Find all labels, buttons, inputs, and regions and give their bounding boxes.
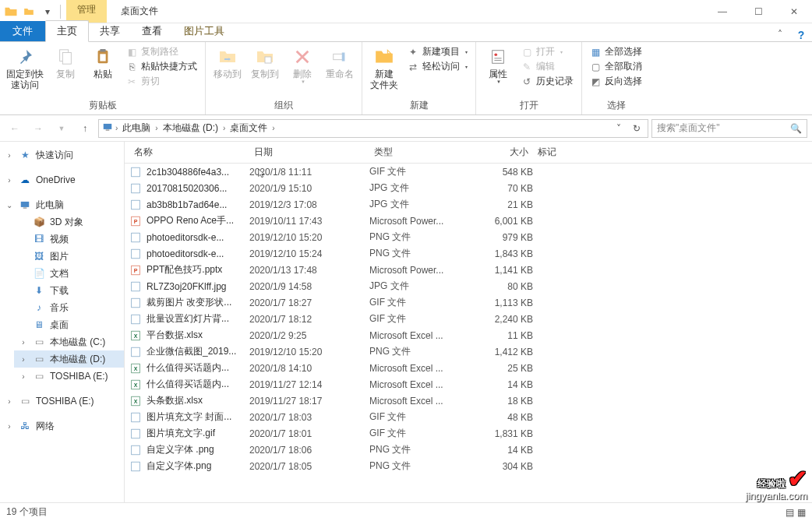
search-placeholder: 搜索"桌面文件"	[657, 121, 790, 135]
tree-item[interactable]: ›▭本地磁盘 (D:)	[14, 350, 124, 368]
watermark: 经验啦 ✔ jingyanla.com	[746, 467, 808, 501]
tree-item[interactable]: 🖼图片	[14, 248, 124, 265]
file-row[interactable]: 企业微信截图_2019...2019/12/10 15:20PNG 文件1,41…	[125, 343, 812, 360]
tree-item[interactable]: 📦3D 对象	[14, 213, 124, 231]
file-row[interactable]: X平台数据.xlsx2020/1/2 9:25Microsoft Excel .…	[125, 327, 812, 343]
tree-item[interactable]: ›▭本地磁盘 (C:)	[14, 333, 124, 350]
tab-file[interactable]: 文件	[0, 21, 45, 41]
tree-toshiba[interactable]: ›▭TOSHIBA (E:)	[0, 393, 124, 410]
tab-picture-tools[interactable]: 图片工具	[173, 21, 235, 41]
up-button[interactable]: ↑	[75, 118, 95, 139]
file-row[interactable]: 图片填充文字 封面...2020/1/7 18:03GIF 文件48 KB	[125, 409, 812, 425]
open-button[interactable]: ▢打开▾	[521, 45, 574, 58]
col-tag[interactable]: 标记	[533, 146, 812, 159]
invert-selection-button[interactable]: ◩反向选择	[590, 75, 642, 88]
file-row[interactable]: RL7Z3oj20FKlff.jpg2020/1/9 14:58JPG 文件80…	[125, 278, 812, 294]
context-tab-manage[interactable]: 管理	[66, 0, 107, 23]
move-to-button[interactable]: 移动到	[209, 44, 246, 80]
tab-home[interactable]: 主页	[45, 20, 89, 42]
tree-item[interactable]: 🎞视频	[14, 231, 124, 248]
copy-to-button[interactable]: 复制到	[246, 44, 284, 80]
column-headers[interactable]: 名称 日期 类型 大小 标记	[125, 142, 812, 164]
file-row[interactable]: 2c1b304886fe4a3...2020/1/8 11:11GIF 文件54…	[125, 164, 812, 180]
paste-icon	[92, 46, 114, 68]
help-icon[interactable]: ?	[790, 29, 812, 41]
maximize-button[interactable]: ☐	[740, 0, 776, 23]
file-row[interactable]: 20170815020306...2020/1/9 15:10JPG 文件70 …	[125, 180, 812, 196]
search-box[interactable]: 搜索"桌面文件" 🔍	[651, 119, 807, 138]
history-button[interactable]: ↺历史记录	[521, 75, 574, 88]
svg-text:X: X	[134, 382, 138, 387]
breadcrumb-drive[interactable]: 本地磁盘 (D:)	[161, 121, 221, 135]
tree-item[interactable]: 📄文档	[14, 265, 124, 282]
svg-rect-13	[23, 208, 27, 209]
view-thumbs-icon[interactable]: ▦	[797, 507, 806, 518]
tree-item[interactable]: 🖥桌面	[14, 316, 124, 333]
recent-dropdown-icon[interactable]: ▼	[51, 118, 72, 139]
pin-quick-access-button[interactable]: 固定到快 速访问	[3, 44, 47, 91]
file-row[interactable]: photoeditorsdk-e...2019/12/10 15:24PNG 文…	[125, 245, 812, 262]
select-none-button[interactable]: ▢全部取消	[590, 60, 642, 73]
paste-shortcut-button[interactable]: ⎘粘贴快捷方式	[126, 60, 197, 73]
file-row[interactable]: X什么值得买话题内...2019/11/27 12:14Microsoft Ex…	[125, 376, 812, 393]
tree-quick-access[interactable]: ›★快速访问	[0, 146, 124, 164]
tree-item[interactable]: ⬇下载	[14, 282, 124, 299]
refresh-icon[interactable]: ↻	[629, 123, 644, 134]
tree-item[interactable]: ♪音乐	[14, 299, 124, 316]
address-bar[interactable]: › 此电脑 › 本地磁盘 (D:) › 桌面文件 › ˅ ↻	[98, 119, 648, 138]
paste-button[interactable]: 粘贴	[84, 44, 122, 80]
copy-path-button[interactable]: ◧复制路径	[126, 45, 197, 58]
forward-button[interactable]: →	[28, 118, 48, 139]
file-row[interactable]: photoeditorsdk-e...2019/12/10 15:20PNG 文…	[125, 229, 812, 245]
easy-access-icon: ⇄	[408, 62, 418, 72]
rename-button[interactable]: 重命名	[321, 44, 358, 80]
tree-this-pc[interactable]: ⌄此电脑	[0, 196, 124, 213]
file-row[interactable]: POPPO Reno Ace手...2019/10/11 17:43Micros…	[125, 213, 812, 229]
view-details-icon[interactable]: ▤	[786, 507, 794, 518]
breadcrumb-folder[interactable]: 桌面文件	[228, 121, 270, 135]
new-folder-button[interactable]: 新建 文件夹	[365, 44, 403, 91]
tree-onedrive[interactable]: ›☁OneDrive	[0, 171, 124, 188]
col-date[interactable]: 日期	[249, 146, 369, 159]
svg-rect-7	[342, 53, 345, 62]
file-row[interactable]: 图片填充文字.gif2020/1/7 18:01GIF 文件1,831 KB	[125, 425, 812, 442]
nav-tree[interactable]: ›★快速访问 ›☁OneDrive ⌄此电脑 📦3D 对象🎞视频🖼图片📄文档⬇下…	[0, 142, 125, 502]
col-size[interactable]: 大小	[466, 146, 533, 159]
file-row[interactable]: 批量设置幻灯片背...2020/1/7 18:12GIF 文件2,240 KB	[125, 311, 812, 327]
tree-item[interactable]: ›▭TOSHIBA (E:)	[14, 368, 124, 385]
breadcrumb-pc[interactable]: 此电脑	[120, 121, 153, 135]
svg-rect-20	[132, 249, 140, 259]
cut-button[interactable]: ✂剪切	[126, 75, 197, 88]
file-row[interactable]: 自定义字体.png2020/1/7 18:05PNG 文件304 KB	[125, 458, 812, 474]
file-row[interactable]: ab3b8b1b7ad64e...2019/12/3 17:08JPG 文件21…	[125, 196, 812, 213]
tab-view[interactable]: 查看	[131, 21, 173, 41]
back-button[interactable]: ←	[5, 118, 25, 139]
copy-button[interactable]: 复制	[47, 44, 84, 80]
select-all-button[interactable]: ▦全部选择	[590, 45, 642, 58]
svg-rect-11	[106, 130, 110, 131]
svg-rect-3	[100, 49, 105, 52]
properties-button[interactable]: 属性▼	[479, 44, 517, 85]
close-button[interactable]: ✕	[776, 0, 812, 23]
col-type[interactable]: 类型	[369, 146, 466, 159]
address-dropdown-icon[interactable]: ˅	[611, 123, 627, 134]
svg-rect-19	[132, 233, 140, 242]
group-label-new: 新建	[365, 99, 472, 113]
file-row[interactable]: 自定义字体 .png2020/1/7 18:06PNG 文件14 KB	[125, 442, 812, 458]
new-item-button[interactable]: ✦新建项目▾	[408, 45, 468, 58]
qat-folder-open-icon[interactable]	[20, 3, 37, 20]
delete-button[interactable]: 删除▼	[284, 44, 321, 85]
file-row[interactable]: X什么值得买话题内...2020/1/8 14:10Microsoft Exce…	[125, 360, 812, 376]
collapse-ribbon-icon[interactable]: ˄	[770, 27, 790, 41]
easy-access-button[interactable]: ⇄轻松访问▾	[408, 60, 468, 73]
tree-network[interactable]: ›🖧网络	[0, 417, 124, 435]
file-row[interactable]: 裁剪图片 改变形状...2020/1/7 18:27GIF 文件1,113 KB	[125, 294, 812, 311]
tab-share[interactable]: 共享	[89, 21, 131, 41]
minimize-button[interactable]: —	[704, 0, 740, 23]
col-name[interactable]: 名称	[129, 146, 249, 159]
edit-button[interactable]: ✎编辑	[521, 60, 574, 73]
file-list[interactable]: 2c1b304886fe4a3...2020/1/8 11:11GIF 文件54…	[125, 164, 812, 502]
file-row[interactable]: X头条数据.xlsx2019/11/27 18:17Microsoft Exce…	[125, 393, 812, 409]
qat-dropdown-icon[interactable]: ▾	[39, 3, 56, 20]
file-row[interactable]: PPPT配色技巧.pptx2020/1/13 17:48Microsoft Po…	[125, 262, 812, 278]
